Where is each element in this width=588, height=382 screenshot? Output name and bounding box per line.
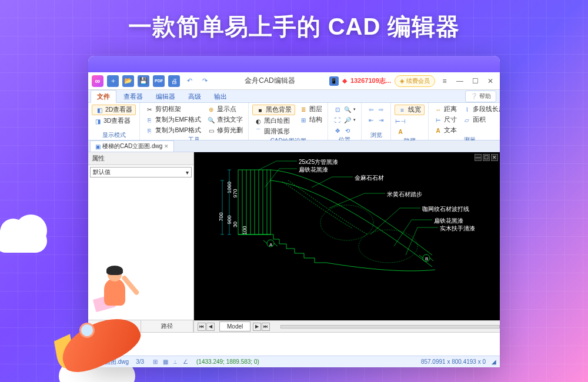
svg-line-22 — [312, 177, 332, 187]
svg-line-26 — [370, 208, 400, 234]
cube-3d-icon: ◨ — [93, 117, 102, 125]
ribbon-tab-output[interactable]: 输出 — [208, 91, 233, 102]
redo-icon[interactable]: ↷ — [199, 75, 211, 87]
show-point-button[interactable]: ⊕显示点 — [205, 105, 245, 114]
status-corner-icon: ◢ — [492, 358, 496, 365]
svg-text:A: A — [269, 242, 273, 247]
dwg-icon: ▣ — [95, 143, 101, 150]
size-button[interactable]: ⊢尺寸 — [432, 115, 459, 125]
viewer-2d-button[interactable]: ◧2D查看器 — [92, 105, 136, 115]
phone-number: 13267109志... — [350, 76, 391, 85]
phone-icon: 📱 — [329, 76, 339, 86]
copy-icon: ⎘ — [145, 126, 153, 135]
trim-button[interactable]: ▭修剪光删 — [205, 126, 245, 135]
status-coords: (1433.249; 1889.583; 0) — [196, 358, 259, 365]
help-button[interactable]: ❔ 帮助 — [465, 91, 496, 102]
smooth-arc-button[interactable]: ⌒圆滑弧形 — [252, 127, 295, 136]
copy-emf-button[interactable]: ⎘复制为EMF格式 — [143, 115, 203, 125]
ortho-icon[interactable]: ⟂ — [171, 358, 179, 366]
find-text-button[interactable]: 🔍查找文字 — [205, 115, 245, 125]
svg-line-24 — [329, 193, 365, 208]
vip-button[interactable]: ◈ 续费会员 — [395, 75, 435, 87]
pan-icon: ✥ — [333, 126, 342, 135]
print-icon[interactable]: 🖨 — [168, 75, 180, 87]
ribbon-tab-viewer[interactable]: 查看器 — [118, 91, 149, 102]
first-page-icon[interactable]: ⏮ — [198, 323, 206, 331]
clip-frame-button[interactable]: ✂剪切框架 — [143, 105, 203, 114]
zoom-icon: ⊡ — [333, 105, 342, 113]
document-tab[interactable]: ▣ 楼梯的CAD立面图.dwg ✕ — [90, 140, 174, 152]
text-measure-button[interactable]: A文本 — [432, 126, 459, 135]
zoom-out-icon: 🔎 — [343, 116, 352, 124]
settings-icon[interactable]: ≡ — [439, 77, 450, 85]
close-tab-icon[interactable]: ✕ — [164, 143, 169, 149]
chevron-down-icon: ▾ — [353, 118, 356, 122]
search-icon: 🔍 — [207, 116, 215, 124]
help-icon: ❔ — [470, 93, 477, 99]
svg-line-30 — [406, 227, 417, 255]
ribbon-tab-file[interactable]: 文件 — [91, 90, 116, 103]
prev-page-icon[interactable]: ◀ — [206, 323, 215, 331]
polar-icon[interactable]: ∠ — [181, 358, 189, 366]
property-select[interactable]: 默认值 ▾ — [90, 167, 192, 177]
nav-button-1[interactable]: ⇦⇨ — [365, 105, 387, 114]
group-display-mode: 显示模式 — [92, 130, 136, 139]
open-icon[interactable]: 📂 — [122, 75, 134, 87]
svg-line-28 — [394, 220, 412, 246]
pos-3-button[interactable]: ✥⟲ — [332, 126, 358, 135]
text-a-icon: A — [396, 128, 405, 136]
next-page-icon[interactable]: ▶ — [253, 323, 261, 331]
viewer-3d-button[interactable]: ◨3D查看器 — [92, 116, 136, 126]
black-bg-button[interactable]: ■黑色背景 — [252, 105, 295, 115]
area-button[interactable]: ▱面积 — [461, 115, 500, 125]
chevron-down-icon: ▾ — [353, 107, 356, 112]
text-toggle-button[interactable]: A — [395, 127, 425, 136]
hero-title: 一款简单易上手的 CAD 编辑器 — [0, 11, 588, 43]
trim-icon: ▭ — [207, 126, 215, 135]
app-logo-icon — [92, 75, 103, 87]
layer-button[interactable]: ≣图层 — [298, 105, 324, 114]
arrow-right-icon: ⇨ — [377, 105, 385, 113]
svg-text:B: B — [425, 256, 428, 262]
nav-button-2[interactable]: ⇤⇥ — [365, 115, 387, 125]
maximize-button[interactable]: ☐ — [469, 77, 481, 85]
undo-icon[interactable]: ↶ — [183, 75, 195, 87]
size-icon: ⊢ — [434, 116, 442, 124]
model-tab[interactable]: Model — [219, 321, 250, 331]
ribbon-tab-advanced[interactable]: 高级 — [182, 91, 207, 102]
close-button[interactable]: ✕ — [485, 77, 496, 85]
model-nav: ⏮ ◀ — [198, 323, 215, 331]
area-icon: ▱ — [463, 116, 471, 124]
dim-toggle-button[interactable]: ⊢⊣ — [395, 116, 425, 126]
point-icon: ⊕ — [207, 105, 215, 113]
text-icon: A — [434, 126, 442, 135]
save-icon[interactable]: 💾 — [138, 75, 149, 87]
distance-button[interactable]: ↔距离 — [432, 105, 459, 114]
arrow-left-icon: ⇦ — [367, 105, 375, 113]
ruler-icon: ⊢⊣ — [396, 117, 405, 125]
window-chrome — [88, 56, 500, 72]
diamond-icon: ◈ — [400, 78, 405, 84]
bw-draw-button[interactable]: ◐黑白绘图 — [252, 116, 295, 126]
chevron-down-icon: ▾ — [186, 169, 189, 176]
lineweight-button[interactable]: ≡线宽 — [395, 105, 425, 115]
ribbon-tabs: 文件 查看器 编辑器 高级 输出 ❔ 帮助 — [88, 90, 500, 103]
pos-1-button[interactable]: ⊡🔍▾ — [332, 105, 358, 114]
panel-title: 属性 — [88, 152, 193, 165]
titlebar: ＋ 📂 💾 PDF 🖨 ↶ ↷ 金舟CAD编辑器 📱 ◆ 13267109志..… — [88, 72, 500, 90]
drawing-canvas[interactable]: — ☐ ✕ — [194, 152, 500, 320]
last-page-icon[interactable]: ⏭ — [262, 323, 270, 331]
pos-2-button[interactable]: ⛶🔎▾ — [332, 115, 358, 125]
polyline-length-button[interactable]: ⌇多段线长度 — [461, 105, 500, 114]
model-scrollbar[interactable] — [280, 325, 500, 329]
structure-button[interactable]: ⊞结构 — [298, 115, 324, 125]
pdf-icon[interactable]: PDF — [153, 75, 165, 87]
svg-line-18 — [259, 161, 276, 170]
app-title: 金舟CAD编辑器 — [214, 76, 326, 86]
minimize-button[interactable]: — — [454, 77, 466, 85]
new-icon[interactable]: ＋ — [107, 75, 119, 87]
ribbon-tab-editor[interactable]: 编辑器 — [150, 91, 181, 102]
last-icon: ⇥ — [377, 116, 385, 124]
copy-bmp-button[interactable]: ⎘复制为BMP格式 — [143, 126, 203, 135]
fit-icon: ⛶ — [333, 116, 342, 124]
